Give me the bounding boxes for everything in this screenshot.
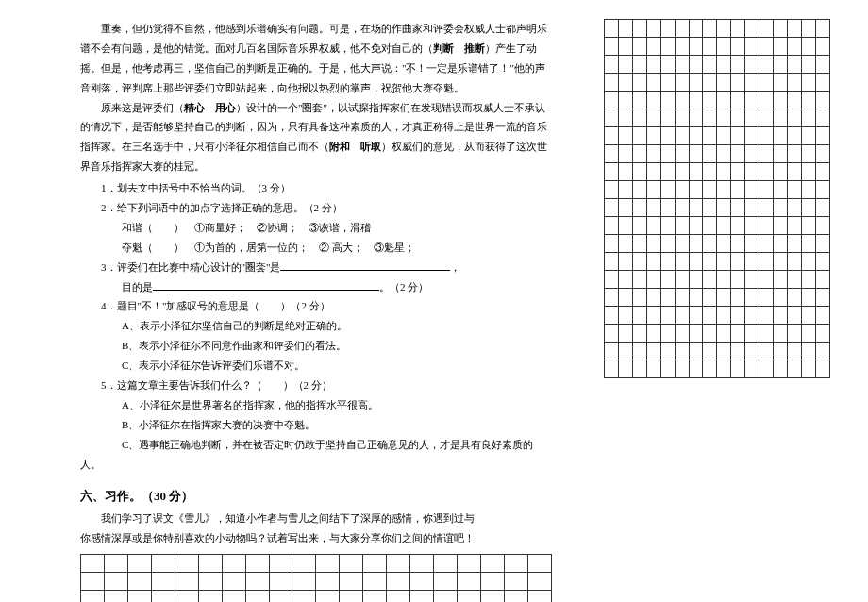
question-2b: 夺魁（ ） ①为首的，居第一位的； ② 高大； ③魁星； (80, 238, 552, 258)
question-2: 2．给下列词语中的加点字选择正确的意思。（2 分） (80, 198, 552, 218)
question-2a: 和谐（ ） ①商量好； ②协调； ③诙谐，滑稽 (80, 218, 552, 238)
passage-para-2: 原来这是评委们（精心 用心）设计的一个"圈套"，以试探指挥家们在发现错误而权威人… (80, 98, 552, 177)
q3-prefix: 3．评委们在比赛中精心设计的"圈套"是 (101, 261, 280, 273)
blank-line[interactable] (280, 259, 450, 271)
prompt-line-1: 我们学习了课文《雪儿》，知道小作者与雪儿之间结下了深厚的感情，你遇到过与 (80, 509, 552, 528)
p2-bold2-choices: 附和 听取 (329, 141, 381, 152)
q3b-prefix: 目的是 (122, 281, 153, 293)
question-4a: A、表示小泽征尔坚信自己的判断是绝对正确的。 (80, 316, 552, 336)
question-5c: C、遇事能正确地判断，并在被否定时仍敢于坚持自己正确意见的人，才是具有良好素质的… (80, 435, 552, 475)
question-5: 5．这篇文章主要告诉我们什么？（ ）（2 分） (80, 376, 552, 395)
p2-prefix1: 原来这是评委们（ (101, 102, 184, 113)
prompt-line-2: 你感情深厚或是你特别喜欢的小动物吗？试着写出来，与大家分享你们之间的情谊吧！ (80, 528, 552, 548)
p2-bold1-choices: 精心 用心 (184, 102, 236, 113)
q3-tail: ， (450, 261, 460, 273)
question-4: 4．题目"不！"加感叹号的意思是（ ）（2 分） (80, 296, 552, 316)
passage-para-1: 重奏，但仍觉得不自然，他感到乐谱确实有问题。可是，在场的作曲家和评委会权威人士都… (80, 19, 552, 98)
p1-bold-choices: 判断 推断 (433, 42, 485, 54)
question-list: 1．划去文中括号中不恰当的词。（3 分） 2．给下列词语中的加点字选择正确的意思… (80, 178, 552, 474)
main-content: 重奏，但仍觉得不自然，他感到乐谱确实有问题。可是，在场的作曲家和评委会权威人士都… (80, 19, 552, 602)
question-5b: B、小泽征尔在指挥家大赛的决赛中夺魁。 (80, 415, 552, 435)
q3b-tail: 。（2 分） (379, 281, 428, 293)
writing-grid-bottom[interactable] (80, 554, 552, 602)
question-1: 1．划去文中括号中不恰当的词。（3 分） (80, 178, 552, 198)
question-4b: B、表示小泽征尔不同意作曲家和评委们的看法。 (80, 336, 552, 356)
question-5a: A、小泽征尔是世界著名的指挥家，他的指挥水平很高。 (80, 395, 552, 415)
reading-passage: 重奏，但仍觉得不自然，他感到乐谱确实有问题。可是，在场的作曲家和评委会权威人士都… (80, 19, 552, 176)
writing-grid-right[interactable] (604, 19, 830, 378)
question-3b: 目的是。（2 分） (80, 277, 552, 297)
question-3: 3．评委们在比赛中精心设计的"圈套"是， (80, 258, 552, 277)
blank-line[interactable] (153, 279, 379, 291)
section-6-heading: 六、习作。（30 分） (80, 485, 552, 509)
question-4c: C、表示小泽征尔告诉评委们乐谱不对。 (80, 356, 552, 376)
writing-prompt: 我们学习了课文《雪儿》，知道小作者与雪儿之间结下了深厚的感情，你遇到过与 你感情… (80, 509, 552, 548)
